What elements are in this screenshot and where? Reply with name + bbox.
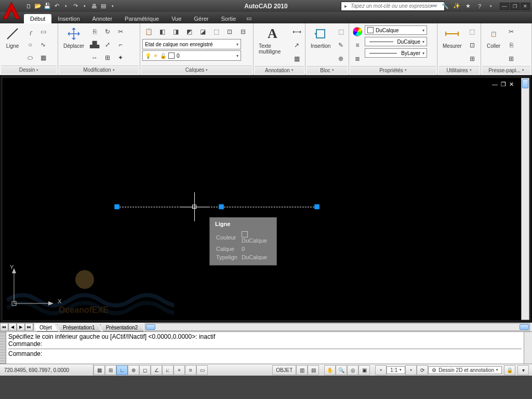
create-block-icon[interactable]: ⬚ (335, 25, 347, 38)
layer-a-icon[interactable]: ◧ (156, 25, 168, 38)
showmotion-button[interactable]: ▣ (358, 365, 370, 375)
sheet-next-button[interactable]: ▶ (17, 323, 25, 331)
move-button[interactable]: Déplacer (60, 25, 87, 50)
qv-drawings-button[interactable]: ▤ (308, 365, 319, 375)
spline-icon[interactable]: ∿ (37, 38, 49, 51)
layer-g-icon[interactable]: ⊟ (237, 25, 249, 38)
tab-gerer[interactable]: Gérer (188, 14, 215, 23)
text-button[interactable]: A Texte multiligne (256, 25, 289, 56)
tab-insertion[interactable]: Insertion (51, 14, 86, 23)
panel-calques[interactable]: Calques (141, 65, 252, 74)
panel-clip[interactable]: Presse-papi... (482, 66, 530, 74)
minimize-button[interactable]: — (500, 3, 509, 10)
lwt-button[interactable]: ≡ (185, 365, 196, 375)
ann-scale-icon[interactable]: ⭒ (375, 365, 387, 375)
grip-start[interactable] (115, 205, 119, 209)
layout-tab-p2[interactable]: Présentation2 (100, 324, 144, 331)
paste-button[interactable]: 📋 Coller (483, 25, 504, 50)
panel-util[interactable]: Utilitaires (438, 66, 480, 74)
model-button[interactable]: OBJET (272, 365, 296, 375)
qp-button[interactable]: ▭ (196, 365, 208, 375)
star-icon[interactable]: ★ (463, 2, 473, 11)
lweight-icon[interactable]: ≣ (351, 52, 364, 65)
match-icon[interactable]: ⊞ (505, 52, 517, 65)
linetype-combo[interactable]: DuCalque▾ (365, 37, 427, 46)
qat-dropdown-icon[interactable]: ▾ (108, 2, 117, 11)
panel-modif[interactable]: Modification (59, 65, 139, 74)
layout-tab-p1[interactable]: Présentation1 (57, 324, 101, 331)
layer-f-icon[interactable]: ⊡ (223, 25, 236, 38)
grip-mid[interactable] (219, 205, 224, 209)
help-icon[interactable]: ? (475, 2, 484, 11)
layer-b-icon[interactable]: ◨ (169, 25, 182, 38)
undo-drop-icon[interactable]: ▾ (61, 2, 71, 11)
dim-linear-icon[interactable]: ⟷ (290, 25, 303, 38)
array-icon[interactable]: ⊞ (101, 51, 114, 64)
measure-button[interactable]: Mesurer (440, 25, 465, 50)
ortho-button[interactable]: ∟ (116, 365, 128, 375)
binoculars-icon[interactable]: 👓 (429, 2, 438, 11)
app-menu-button[interactable] (1, 0, 22, 21)
color-combo[interactable]: DuCalque▾ (365, 25, 427, 35)
polar-button[interactable]: ⊕ (128, 365, 139, 375)
doc-restore-button[interactable]: ❐ (501, 81, 506, 88)
snap-button[interactable]: ▦ (94, 365, 105, 375)
mirror-icon[interactable]: ▟▙ (88, 38, 101, 51)
workspace-combo[interactable]: ⚙ Dessin 2D et annotation ▾ (428, 366, 502, 374)
layer-prop-icon[interactable]: 📋 (142, 25, 155, 38)
open-icon[interactable]: 📂 (33, 2, 43, 11)
layer-state-combo[interactable]: Etat de calque non enregistré▾ (142, 39, 241, 49)
close-button[interactable]: ✕ (521, 3, 530, 10)
vertical-scrollbar[interactable] (521, 78, 529, 320)
grid-button[interactable]: ⊞ (105, 365, 116, 375)
doc-close-button[interactable]: ✕ (509, 81, 514, 88)
rect-icon[interactable]: ▭ (37, 25, 49, 38)
ducs-button[interactable]: ⟀ (162, 365, 174, 375)
color-wheel-icon[interactable] (353, 27, 362, 36)
print-icon[interactable]: 🖶 (89, 2, 99, 11)
table-icon[interactable]: ▦ (290, 52, 303, 65)
tab-parametrique[interactable]: Paramétrique (118, 14, 165, 23)
selected-line[interactable] (117, 207, 317, 207)
cut-icon[interactable]: ✂ (505, 25, 517, 38)
save-icon[interactable]: 💾 (43, 2, 52, 11)
circle-icon[interactable]: ○ (24, 38, 36, 51)
help-drop-icon[interactable]: ▾ (486, 2, 496, 11)
qselect-icon[interactable]: ⊡ (466, 39, 478, 51)
panel-props[interactable]: Propriétés (350, 66, 436, 74)
layer-c-icon[interactable]: ◩ (183, 25, 195, 38)
ltype-icon[interactable]: ≡ (351, 39, 364, 51)
clip-copy-icon[interactable]: ⎘ (505, 39, 517, 51)
line-button[interactable]: Ligne (2, 25, 23, 50)
leader-icon[interactable]: ↗ (290, 39, 303, 51)
ann-auto-button[interactable]: ⟳ (417, 365, 428, 375)
lineweight-combo[interactable]: ByLayer▾ (365, 48, 427, 58)
attr-block-icon[interactable]: ⊕ (335, 52, 347, 65)
grip-end[interactable] (315, 205, 320, 209)
fillet-icon[interactable]: ⌐ (114, 38, 127, 51)
explode-icon[interactable]: ✦ (114, 51, 127, 64)
sheet-last-button[interactable]: ⏭ (25, 323, 33, 331)
command-grip[interactable] (0, 332, 6, 364)
ann-vis-button[interactable]: ⭑ (405, 365, 417, 375)
layer-d-icon[interactable]: ◪ (196, 25, 209, 38)
horizontal-scrollbar[interactable] (145, 323, 530, 331)
status-tray-button[interactable]: ▾ (517, 365, 529, 375)
edit-block-icon[interactable]: ✎ (335, 39, 347, 51)
undo-icon[interactable]: ↶ (52, 2, 61, 11)
copy-icon[interactable]: ⎘ (88, 25, 101, 38)
redo-icon[interactable]: ↷ (71, 2, 80, 11)
rotate-icon[interactable]: ↻ (101, 25, 114, 38)
layer-combo[interactable]: 💡 ☀ 🔓 0▾ (142, 50, 241, 61)
insert-button[interactable]: Insertion (308, 25, 334, 50)
dyn-button[interactable]: + (174, 365, 185, 375)
calc-icon[interactable]: ⊞ (466, 52, 478, 65)
qv-layouts-button[interactable]: ▥ (296, 365, 308, 375)
hatch-icon[interactable]: ▦ (37, 51, 49, 64)
select-icon[interactable]: ⬚ (466, 25, 478, 38)
arc-icon[interactable]: ╭ (24, 25, 36, 38)
tab-debut[interactable]: Début (24, 14, 51, 23)
trim-icon[interactable]: ✂ (114, 25, 127, 38)
panel-dessin[interactable]: Dessin (1, 65, 57, 74)
layout-tab-objet[interactable]: Objet (34, 324, 58, 331)
